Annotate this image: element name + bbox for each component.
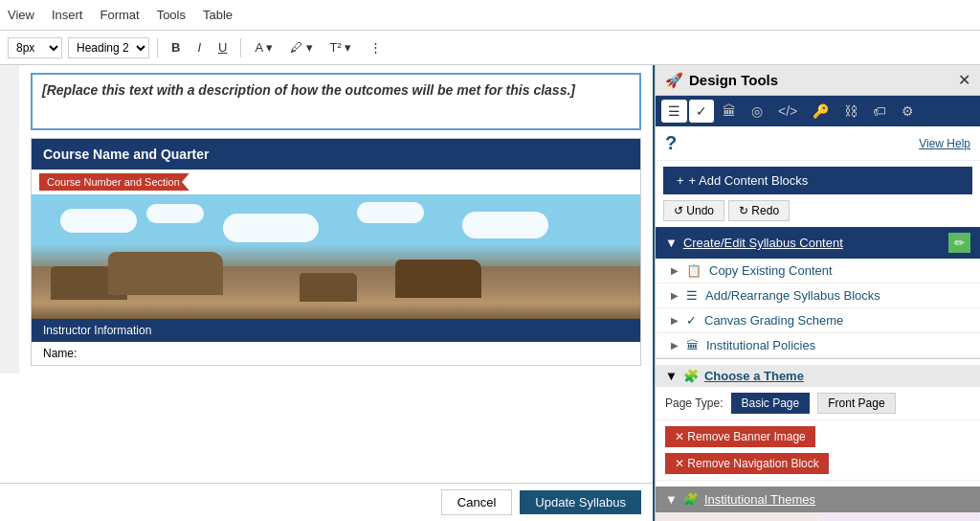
editor-area: [Replace this text with a description of… bbox=[0, 65, 655, 521]
copy-icon: 📋 bbox=[686, 263, 702, 278]
syllabus-content-section-header[interactable]: ▼ Create/Edit Syllabus Content ✏ bbox=[656, 227, 980, 259]
remove-banner-button[interactable]: ✕ Remove Banner Image bbox=[665, 426, 815, 447]
link-icon[interactable]: ⛓ bbox=[837, 100, 864, 123]
menu-table[interactable]: Table bbox=[203, 8, 233, 22]
course-header: Course Name and Quarter bbox=[32, 139, 640, 170]
basic-page-button[interactable]: Basic Page bbox=[731, 393, 811, 414]
course-image bbox=[32, 194, 640, 319]
theme-section: ▼ 🧩 Choose a Theme Page Type: Basic Page… bbox=[656, 358, 980, 487]
remove-navigation-button[interactable]: ✕ Remove Navigation Block bbox=[665, 453, 829, 474]
italic-button[interactable]: I bbox=[191, 38, 207, 57]
superscript-button[interactable]: T² ▾ bbox=[324, 38, 358, 57]
undo-redo-bar: ↺ Undo ↻ Redo bbox=[663, 200, 972, 221]
tags-icon[interactable]: 🏷 bbox=[866, 100, 893, 123]
code-icon[interactable]: </> bbox=[771, 100, 804, 123]
panel-title: 🚀 Design Tools bbox=[665, 72, 778, 89]
update-syllabus-button[interactable]: Update Syllabus bbox=[520, 490, 641, 514]
close-panel-button[interactable]: ✕ bbox=[958, 71, 970, 89]
menu-format[interactable]: Format bbox=[100, 8, 139, 22]
course-preview: Course Name and Quarter Course Number an… bbox=[31, 138, 641, 366]
help-bar: ? View Help bbox=[656, 126, 980, 161]
view-help-link[interactable]: View Help bbox=[919, 137, 970, 150]
choose-theme-header[interactable]: ▼ 🧩 Choose a Theme bbox=[656, 365, 980, 387]
item-arrow-3: ▶ bbox=[671, 315, 679, 326]
target-icon[interactable]: ◎ bbox=[745, 100, 769, 123]
panel-icon-bar: ☰ ✓ 🏛 ◎ </> 🔑 ⛓ 🏷 ⚙ bbox=[656, 96, 980, 126]
heading-select[interactable]: Heading 2Heading 1Heading 3 bbox=[68, 37, 149, 58]
font-color-button[interactable]: A ▾ bbox=[249, 38, 278, 57]
more-button[interactable]: ⋮ bbox=[364, 38, 388, 57]
main-area: [Replace this text with a description of… bbox=[0, 65, 980, 521]
check-icon[interactable]: ✓ bbox=[689, 100, 714, 123]
underline-button[interactable]: U bbox=[212, 38, 233, 57]
toolbar-separator-2 bbox=[240, 38, 241, 57]
bold-button[interactable]: B bbox=[166, 38, 186, 57]
canvas-grading-item[interactable]: ▶ ✓ Canvas Grading Scheme bbox=[656, 308, 980, 333]
front-page-button[interactable]: Front Page bbox=[817, 393, 895, 414]
institutional-policies-item[interactable]: ▶ 🏛 Institutional Policies bbox=[656, 333, 980, 358]
choose-theme-link[interactable]: Choose a Theme bbox=[704, 369, 804, 383]
syllabus-sub-items: ▶ 📋 Copy Existing Content ▶ ☰ Add/Rearra… bbox=[656, 259, 980, 358]
help-icon[interactable]: ? bbox=[665, 132, 677, 154]
editable-text-box[interactable]: [Replace this text with a description of… bbox=[31, 73, 641, 130]
copy-existing-content-item[interactable]: ▶ 📋 Copy Existing Content bbox=[656, 259, 980, 283]
redo-button[interactable]: ↻ Redo bbox=[728, 200, 790, 221]
syllabus-content-link[interactable]: Create/Edit Syllabus Content bbox=[683, 236, 843, 250]
font-size-select[interactable]: 8px10px12px bbox=[8, 37, 62, 58]
inst-theme-arrow: ▼ bbox=[665, 492, 678, 507]
toolbar-separator bbox=[157, 38, 158, 57]
item-arrow-2: ▶ bbox=[671, 290, 679, 301]
add-content-blocks-button[interactable]: + + Add Content Blocks bbox=[663, 167, 972, 194]
add-rearrange-item[interactable]: ▶ ☰ Add/Rearrange Syllabus Blocks bbox=[656, 283, 980, 308]
design-panel: 🚀 Design Tools ✕ ☰ ✓ 🏛 ◎ </> 🔑 ⛓ 🏷 ⚙ ? V… bbox=[655, 65, 980, 521]
theme-apple2[interactable]: Apple 2 bbox=[656, 512, 818, 521]
layout-icon[interactable]: ☰ bbox=[661, 100, 687, 123]
themes-grid: Apple 2 Colored Headings 2 Basic Bar 1 ✿… bbox=[656, 512, 980, 521]
institutional-themes-header[interactable]: ▼ 🧩 Institutional Themes bbox=[656, 487, 980, 512]
remove-buttons-row: ✕ Remove Banner Image ✕ Remove Navigatio… bbox=[656, 420, 980, 481]
theme-arrow: ▼ bbox=[665, 369, 678, 383]
edit-icon[interactable]: ✏ bbox=[948, 233, 970, 253]
instructor-bar: Instructor Information bbox=[32, 319, 640, 342]
list-icon: ☰ bbox=[686, 288, 698, 303]
page-type-label: Page Type: bbox=[665, 396, 724, 410]
panel-header: 🚀 Design Tools ✕ bbox=[656, 65, 980, 96]
institution-icon[interactable]: 🏛 bbox=[716, 100, 743, 123]
editor-toolbar: 8px10px12px Heading 2Heading 1Heading 3 … bbox=[0, 31, 980, 65]
institutional-themes-link[interactable]: Institutional Themes bbox=[704, 492, 815, 507]
page-type-row: Page Type: Basic Page Front Page bbox=[656, 387, 980, 420]
plus-icon: + bbox=[677, 173, 684, 188]
name-field: Name: bbox=[32, 342, 640, 365]
theme-colored-headings2[interactable]: Colored Headings 2 bbox=[818, 512, 981, 521]
left-margin bbox=[0, 65, 19, 374]
inst-puzzle-icon: 🧩 bbox=[683, 492, 699, 507]
cancel-button[interactable]: Cancel bbox=[441, 489, 512, 515]
menu-tools[interactable]: Tools bbox=[157, 8, 186, 22]
undo-button[interactable]: ↺ Undo bbox=[663, 200, 724, 221]
puzzle-icon: 🧩 bbox=[683, 369, 699, 383]
item-arrow: ▶ bbox=[671, 265, 679, 276]
item-arrow-4: ▶ bbox=[671, 340, 679, 351]
course-badge: Course Number and Section bbox=[39, 173, 189, 191]
check-list-icon: ✓ bbox=[686, 313, 697, 328]
menu-bar: View Insert Format Tools Table bbox=[0, 0, 980, 31]
key-icon[interactable]: 🔑 bbox=[806, 100, 835, 123]
highlight-button[interactable]: 🖊 ▾ bbox=[284, 38, 319, 57]
rocket-icon: 🚀 bbox=[665, 72, 683, 89]
section-arrow: ▼ bbox=[665, 236, 678, 250]
bottom-bar: Cancel Update Syllabus bbox=[0, 483, 653, 521]
settings-icon[interactable]: ⚙ bbox=[895, 100, 921, 123]
menu-insert[interactable]: Insert bbox=[52, 8, 83, 22]
menu-view[interactable]: View bbox=[8, 8, 34, 22]
institution-icon-2: 🏛 bbox=[686, 338, 699, 352]
